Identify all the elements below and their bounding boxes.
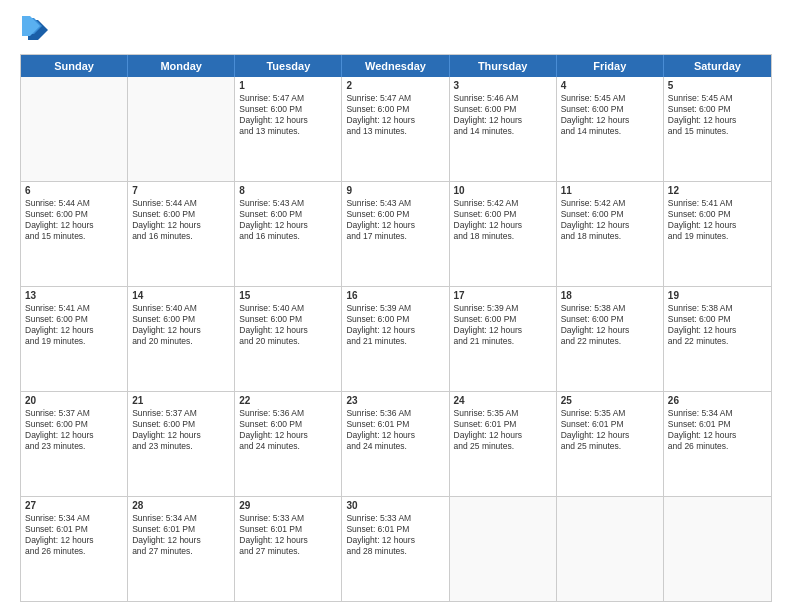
cell-info-line: and 25 minutes. xyxy=(454,441,552,452)
day-number: 3 xyxy=(454,80,552,91)
cal-cell: 29Sunrise: 5:33 AMSunset: 6:01 PMDayligh… xyxy=(235,497,342,601)
cell-info-line: and 15 minutes. xyxy=(25,231,123,242)
cell-info-line: Daylight: 12 hours xyxy=(25,430,123,441)
cell-info-line: Sunset: 6:00 PM xyxy=(346,209,444,220)
cell-info-line: Sunrise: 5:34 AM xyxy=(25,513,123,524)
day-number: 25 xyxy=(561,395,659,406)
cell-info-line: Sunset: 6:00 PM xyxy=(561,104,659,115)
cell-info-line: and 23 minutes. xyxy=(132,441,230,452)
cell-info-line: Sunset: 6:00 PM xyxy=(346,104,444,115)
day-number: 4 xyxy=(561,80,659,91)
cell-info-line: and 13 minutes. xyxy=(239,126,337,137)
cell-info-line: Daylight: 12 hours xyxy=(25,325,123,336)
cal-cell: 5Sunrise: 5:45 AMSunset: 6:00 PMDaylight… xyxy=(664,77,771,181)
day-number: 10 xyxy=(454,185,552,196)
week-row-4: 27Sunrise: 5:34 AMSunset: 6:01 PMDayligh… xyxy=(21,497,771,601)
cal-cell: 2Sunrise: 5:47 AMSunset: 6:00 PMDaylight… xyxy=(342,77,449,181)
cell-info-line: Sunset: 6:00 PM xyxy=(25,314,123,325)
cell-info-line: Sunrise: 5:44 AM xyxy=(132,198,230,209)
cell-info-line: and 19 minutes. xyxy=(25,336,123,347)
cell-info-line: Daylight: 12 hours xyxy=(346,325,444,336)
cal-cell: 15Sunrise: 5:40 AMSunset: 6:00 PMDayligh… xyxy=(235,287,342,391)
cal-cell: 6Sunrise: 5:44 AMSunset: 6:00 PMDaylight… xyxy=(21,182,128,286)
week-row-1: 6Sunrise: 5:44 AMSunset: 6:00 PMDaylight… xyxy=(21,182,771,287)
cell-info-line: and 15 minutes. xyxy=(668,126,767,137)
header-day-thursday: Thursday xyxy=(450,55,557,77)
cell-info-line: Daylight: 12 hours xyxy=(239,325,337,336)
cal-cell: 18Sunrise: 5:38 AMSunset: 6:00 PMDayligh… xyxy=(557,287,664,391)
day-number: 20 xyxy=(25,395,123,406)
day-number: 19 xyxy=(668,290,767,301)
cell-info-line: Sunset: 6:01 PM xyxy=(668,419,767,430)
day-number: 18 xyxy=(561,290,659,301)
cal-cell: 22Sunrise: 5:36 AMSunset: 6:00 PMDayligh… xyxy=(235,392,342,496)
cell-info-line: Daylight: 12 hours xyxy=(239,220,337,231)
cal-cell: 1Sunrise: 5:47 AMSunset: 6:00 PMDaylight… xyxy=(235,77,342,181)
cell-info-line: and 16 minutes. xyxy=(132,231,230,242)
cell-info-line: Sunset: 6:00 PM xyxy=(25,419,123,430)
cell-info-line: Daylight: 12 hours xyxy=(454,430,552,441)
day-number: 13 xyxy=(25,290,123,301)
cal-cell: 13Sunrise: 5:41 AMSunset: 6:00 PMDayligh… xyxy=(21,287,128,391)
cal-cell xyxy=(557,497,664,601)
cell-info-line: Sunset: 6:00 PM xyxy=(668,314,767,325)
week-row-0: 1Sunrise: 5:47 AMSunset: 6:00 PMDaylight… xyxy=(21,77,771,182)
cell-info-line: Sunset: 6:00 PM xyxy=(132,419,230,430)
cell-info-line: Sunset: 6:00 PM xyxy=(668,209,767,220)
header-day-sunday: Sunday xyxy=(21,55,128,77)
day-number: 22 xyxy=(239,395,337,406)
cell-info-line: Daylight: 12 hours xyxy=(454,325,552,336)
cell-info-line: Sunset: 6:00 PM xyxy=(561,314,659,325)
cal-cell: 20Sunrise: 5:37 AMSunset: 6:00 PMDayligh… xyxy=(21,392,128,496)
logo xyxy=(20,16,52,44)
cell-info-line: and 24 minutes. xyxy=(239,441,337,452)
cal-cell xyxy=(450,497,557,601)
cal-cell: 23Sunrise: 5:36 AMSunset: 6:01 PMDayligh… xyxy=(342,392,449,496)
cell-info-line: and 13 minutes. xyxy=(346,126,444,137)
cell-info-line: and 28 minutes. xyxy=(346,546,444,557)
cell-info-line: and 18 minutes. xyxy=(561,231,659,242)
cell-info-line: Sunrise: 5:34 AM xyxy=(132,513,230,524)
cell-info-line: Daylight: 12 hours xyxy=(668,325,767,336)
cell-info-line: Sunset: 6:00 PM xyxy=(25,209,123,220)
cal-cell: 26Sunrise: 5:34 AMSunset: 6:01 PMDayligh… xyxy=(664,392,771,496)
cell-info-line: Sunrise: 5:46 AM xyxy=(454,93,552,104)
cell-info-line: Sunset: 6:01 PM xyxy=(346,419,444,430)
cell-info-line: Sunrise: 5:39 AM xyxy=(346,303,444,314)
cell-info-line: Sunrise: 5:39 AM xyxy=(454,303,552,314)
cal-cell: 17Sunrise: 5:39 AMSunset: 6:00 PMDayligh… xyxy=(450,287,557,391)
cell-info-line: and 17 minutes. xyxy=(346,231,444,242)
day-number: 11 xyxy=(561,185,659,196)
day-number: 26 xyxy=(668,395,767,406)
day-number: 9 xyxy=(346,185,444,196)
cal-cell: 19Sunrise: 5:38 AMSunset: 6:00 PMDayligh… xyxy=(664,287,771,391)
cell-info-line: Sunrise: 5:33 AM xyxy=(239,513,337,524)
cell-info-line: and 16 minutes. xyxy=(239,231,337,242)
cell-info-line: Sunrise: 5:34 AM xyxy=(668,408,767,419)
header-day-monday: Monday xyxy=(128,55,235,77)
cell-info-line: and 22 minutes. xyxy=(561,336,659,347)
cell-info-line: Sunrise: 5:37 AM xyxy=(25,408,123,419)
cell-info-line: Sunrise: 5:37 AM xyxy=(132,408,230,419)
week-row-2: 13Sunrise: 5:41 AMSunset: 6:00 PMDayligh… xyxy=(21,287,771,392)
cell-info-line: Sunset: 6:00 PM xyxy=(346,314,444,325)
cell-info-line: Sunrise: 5:38 AM xyxy=(668,303,767,314)
cal-cell xyxy=(664,497,771,601)
logo-icon xyxy=(20,16,48,44)
cell-info-line: Sunrise: 5:43 AM xyxy=(239,198,337,209)
cell-info-line: Daylight: 12 hours xyxy=(25,220,123,231)
cal-cell: 3Sunrise: 5:46 AMSunset: 6:00 PMDaylight… xyxy=(450,77,557,181)
cell-info-line: Daylight: 12 hours xyxy=(346,220,444,231)
cell-info-line: Sunset: 6:00 PM xyxy=(239,314,337,325)
cell-info-line: and 18 minutes. xyxy=(454,231,552,242)
calendar-header: SundayMondayTuesdayWednesdayThursdayFrid… xyxy=(21,55,771,77)
cell-info-line: Daylight: 12 hours xyxy=(346,535,444,546)
cell-info-line: Daylight: 12 hours xyxy=(668,115,767,126)
day-number: 28 xyxy=(132,500,230,511)
cal-cell: 25Sunrise: 5:35 AMSunset: 6:01 PMDayligh… xyxy=(557,392,664,496)
cell-info-line: Sunrise: 5:44 AM xyxy=(25,198,123,209)
cell-info-line: and 21 minutes. xyxy=(346,336,444,347)
day-number: 24 xyxy=(454,395,552,406)
cell-info-line: and 26 minutes. xyxy=(25,546,123,557)
day-number: 7 xyxy=(132,185,230,196)
